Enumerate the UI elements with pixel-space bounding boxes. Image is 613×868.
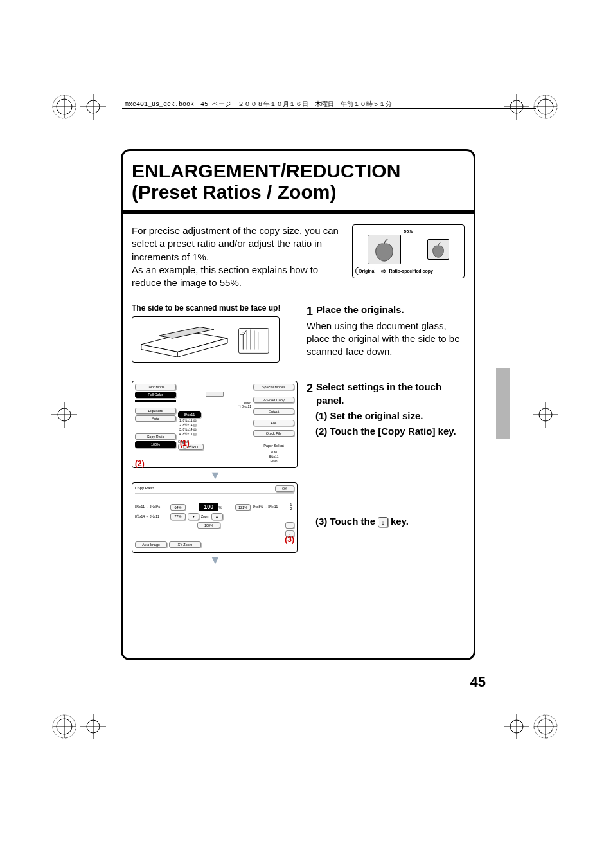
crosshair-icon	[504, 714, 529, 739]
down-key-icon: ↓	[378, 517, 388, 527]
output-button[interactable]: Output	[253, 408, 294, 415]
original-image-icon	[368, 235, 401, 264]
exposure-auto-button[interactable]: Auto	[135, 415, 176, 422]
registration-mark-icon	[533, 714, 558, 739]
down-arrow-icon: ▼	[132, 471, 299, 480]
touch-panel-copy-screen: Color Mode Full Color Exposure Auto Copy…	[132, 381, 298, 467]
title-rule	[123, 210, 474, 214]
down-arrow-icon: ▼	[132, 556, 299, 565]
two-sided-button[interactable]: 2-Sided Copy	[253, 397, 294, 403]
ratio-100-button[interactable]: 100%	[197, 522, 220, 529]
copy-ratio-title: Copy Ratio	[135, 486, 154, 491]
step-1-title: Place the originals.	[316, 304, 404, 315]
print-header-meta: mxc401_us_qck.book 45 ページ ２００８年１０月１６日 木曜…	[122, 108, 536, 109]
enlarge-ratio-1-label: 5½x8½ → 8½x11	[253, 505, 286, 509]
callout-2: (2)	[135, 460, 145, 468]
ratio-percent-label: 55%	[355, 229, 461, 233]
paper-select-values: Auto 8½x11 Plain	[253, 450, 294, 464]
copy-ratio-button[interactable]: 100%	[135, 441, 176, 448]
step-1-body: When using the document glass, place the…	[306, 320, 465, 359]
reduce-ratio-2-button[interactable]: 77%	[170, 513, 186, 520]
special-modes-button[interactable]: Special Modes	[253, 384, 294, 390]
crosshair-icon	[51, 402, 77, 428]
reduced-image-icon	[427, 239, 449, 260]
arrow-right-icon: ➪	[381, 267, 386, 275]
scanner-illustration	[132, 316, 280, 363]
page-title: ENLARGEMENT/REDUCTION (Preset Ratios / Z…	[132, 160, 465, 203]
auto-image-button[interactable]: Auto Image	[135, 541, 167, 548]
faceup-caption: The side to be scanned must be face up!	[132, 303, 299, 312]
step-2-number: 2	[306, 381, 313, 396]
ratio-copy-label: Ratio-specified copy	[389, 269, 432, 273]
crosshair-icon	[533, 402, 558, 428]
step-2-sub-1: (1) Set the original size.	[315, 410, 465, 422]
paper-select-label: Paper Select	[253, 443, 294, 448]
color-gradient-icon	[135, 400, 176, 402]
quick-file-button[interactable]: Quick File	[253, 430, 294, 437]
page-frame: ENLARGEMENT/REDUCTION (Preset Ratios / Z…	[121, 149, 475, 660]
current-ratio-display: 100	[199, 503, 218, 512]
xy-zoom-button[interactable]: XY Zoom	[169, 541, 201, 548]
original-label: Original	[355, 267, 378, 275]
intro-text-2: As an example, this section explains how…	[132, 264, 318, 288]
ok-button[interactable]: OK	[275, 485, 294, 492]
step-2-sub-2: (2) Touch the [Copy Ratio] key.	[315, 425, 465, 438]
registration-mark-icon	[51, 94, 77, 120]
plain-label: Plain ⬚ 8½x11	[178, 402, 251, 409]
zoom-label: Zoom	[201, 515, 209, 519]
reduce-ratio-2-label: 8½x14 → 8½x11	[135, 515, 168, 519]
reduce-ratio-1-button[interactable]: 64%	[170, 504, 186, 511]
registration-mark-icon	[51, 714, 77, 739]
scroll-up-button[interactable]: ↑	[285, 522, 294, 529]
file-button[interactable]: File	[253, 420, 294, 426]
crosshair-icon	[80, 94, 106, 120]
crosshair-icon	[504, 94, 529, 120]
preview-page-icon	[206, 392, 224, 397]
step-2-title: Select settings in the touch panel.	[316, 381, 441, 405]
full-color-button[interactable]: Full Color	[135, 392, 176, 398]
intro-text: For precise adjustment of the copy size,…	[132, 224, 342, 289]
page-indicator: 12	[288, 503, 294, 511]
step-1-number: 1	[306, 303, 313, 319]
page-number: 45	[470, 674, 486, 691]
ratio-illustration: 55% Original ➪ Ratio-specified copy	[352, 224, 465, 278]
step-2-sub-3: (3) Touch the ↓ key.	[315, 515, 465, 528]
reduce-ratio-1-label: 8½x11 → 5½x8½	[135, 505, 168, 509]
section-side-tab	[496, 368, 510, 439]
exposure-label: Exposure	[135, 408, 176, 414]
color-mode-label: Color Mode	[135, 384, 176, 390]
zoom-minus-button[interactable]: ▾	[188, 513, 199, 520]
print-meta-text: mxc401_us_qck.book 45 ページ ２００８年１０月１６日 木曜…	[125, 100, 392, 109]
registration-mark-icon	[533, 94, 558, 120]
tray-list: 1. 8½x11 ▤ 2. 8½x14 ▤ 3. 8½x14 ▤ 4. 8½x1…	[179, 419, 251, 437]
intro-text-1: For precise adjustment of the copy size,…	[132, 225, 339, 262]
touch-panel-copy-ratio-screen: Copy Ratio OK 8½x11 → 5½x8½ 64% 100% 121…	[132, 482, 298, 553]
zoom-plus-button[interactable]: ▴	[211, 513, 223, 520]
callout-1: (1)	[180, 439, 190, 448]
copy-ratio-label: Copy Ratio	[135, 433, 176, 440]
callout-3: (3)	[285, 536, 294, 544]
tray-1-button[interactable]: 8½x11	[178, 411, 201, 418]
enlarge-ratio-1-button[interactable]: 121%	[235, 504, 251, 511]
crosshair-icon	[80, 714, 106, 739]
